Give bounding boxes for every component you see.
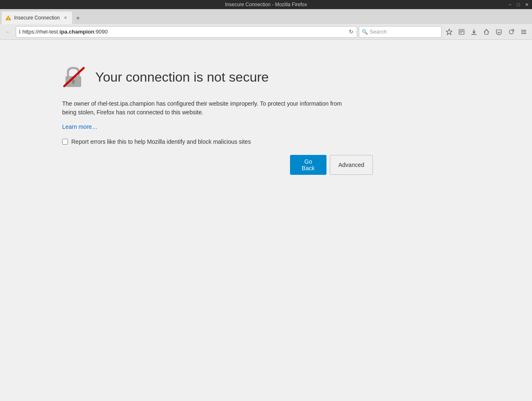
error-container: Your connection is not secure The owner … [62,65,373,175]
tab-bar: ! Insecure Connection × + [0,9,532,24]
home-button[interactable] [481,26,492,38]
tab-favicon: ! [5,14,12,21]
window-controls: − □ ✕ [506,1,530,8]
sync-button[interactable]: ✕ [505,26,517,38]
home-icon [483,29,490,35]
svg-text:✕: ✕ [513,29,514,31]
address-prefix: https://rhel-test. [22,29,60,35]
svg-text:!: ! [8,17,9,21]
menu-icon [520,29,527,35]
security-icon: ℹ [19,29,21,35]
downloads-button[interactable] [468,26,480,38]
lock-broken-icon [62,65,87,89]
advanced-button[interactable]: Advanced [330,155,373,175]
reader-icon [458,29,465,35]
report-error-checkbox[interactable] [62,139,68,145]
pocket-icon [496,29,502,35]
search-placeholder: Search [370,29,387,35]
error-description: The owner of rhel-test.ipa.champion has … [62,99,344,117]
address-text: https://rhel-test.ipa.champion:9090 [22,29,346,35]
tab-title: Insecure Connection [14,15,60,21]
go-back-button[interactable]: Go Back [290,155,326,175]
close-button[interactable]: ✕ [523,1,530,8]
address-port: :9090 [94,29,108,35]
search-bar[interactable]: 🔍 Search [359,26,442,38]
browser-window: ! Insecure Connection × + ← ℹ https://rh… [0,9,532,401]
window-title: Insecure Connection - Mozilla Firefox [225,2,307,7]
error-header: Your connection is not secure [62,65,373,89]
downloads-icon [471,29,477,35]
svg-rect-17 [73,81,75,84]
insecure-lock-icon [62,65,87,89]
address-bar[interactable]: ℹ https://rhel-test.ipa.champion:9090 ↻ [16,26,357,38]
page-content: Your connection is not secure The owner … [0,40,532,401]
sync-icon: ✕ [508,29,515,35]
menu-button[interactable] [518,26,530,38]
report-error-row: Report errors like this to help Mozilla … [62,138,373,145]
back-button[interactable]: ← [2,26,14,38]
minimize-button[interactable]: − [506,1,514,8]
button-row: Go Back Advanced [290,155,373,175]
maximize-button[interactable]: □ [515,1,522,8]
navigation-bar: ← ℹ https://rhel-test.ipa.champion:9090 … [0,24,532,40]
reload-button[interactable]: ↻ [348,28,354,36]
error-title: Your connection is not secure [95,70,269,85]
title-bar: Insecure Connection - Mozilla Firefox − … [0,0,532,9]
bookmark-star-button[interactable] [443,26,455,38]
svg-marker-2 [446,29,452,35]
pocket-button[interactable] [493,26,505,38]
address-domain: ipa.champion [60,29,94,35]
search-icon: 🔍 [362,29,368,35]
learn-more-link[interactable]: Learn more… [62,123,373,130]
back-icon: ← [5,29,11,35]
active-tab[interactable]: ! Insecure Connection × [2,12,72,24]
toolbar-icons: ✕ [443,26,530,38]
reading-mode-button[interactable] [456,26,467,38]
tab-close-button[interactable]: × [62,14,69,21]
report-error-label: Report errors like this to help Mozilla … [71,138,251,145]
new-tab-button[interactable]: + [72,12,84,24]
star-icon [446,29,452,35]
